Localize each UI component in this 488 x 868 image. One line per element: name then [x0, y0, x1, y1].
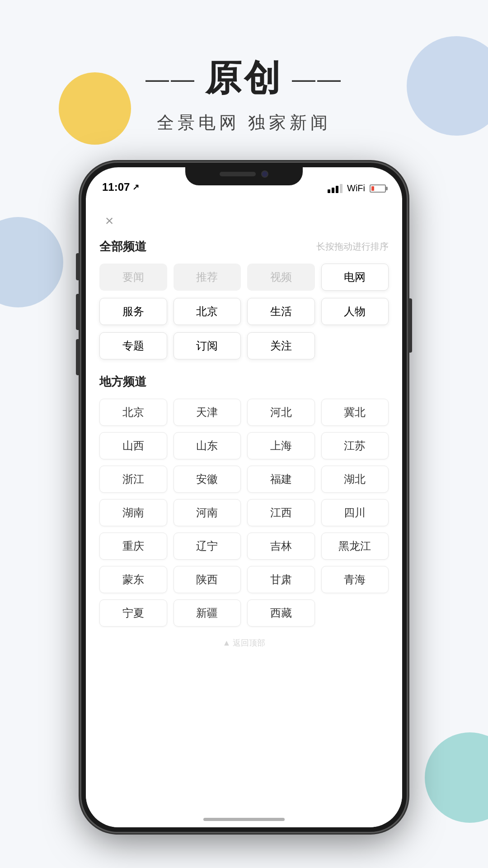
app-content: × 全部频道 长按拖动进行排序 要闻 推荐 视频 — [86, 198, 402, 827]
local-row-1: 北京 天津 河北 冀北 — [86, 399, 402, 426]
channel-beijing[interactable]: 北京 — [174, 298, 241, 325]
signal-bar-2 — [332, 188, 334, 193]
local-gansu[interactable]: 甘肃 — [247, 566, 315, 593]
local-row-7: 宁夏 新疆 西藏 — [86, 599, 402, 627]
channel-video[interactable]: 视频 — [247, 264, 315, 291]
home-indicator — [203, 818, 285, 821]
all-channels-title: 全部频道 — [99, 239, 146, 255]
notch-camera — [261, 170, 268, 178]
signal-bar-3 — [336, 186, 338, 193]
local-qinghai[interactable]: 青海 — [321, 566, 389, 593]
local-hunan[interactable]: 湖南 — [99, 499, 167, 526]
local-hubei[interactable]: 湖北 — [321, 466, 389, 493]
scroll-hint-text: ▲ 返回顶部 — [223, 637, 266, 648]
local-mengdong[interactable]: 蒙东 — [99, 566, 167, 593]
local-shandong[interactable]: 山东 — [174, 432, 241, 459]
local-anhui[interactable]: 安徽 — [174, 466, 241, 493]
header-subtitle: 全景电网 独家新闻 — [0, 111, 488, 134]
local-ningxia[interactable]: 宁夏 — [99, 599, 167, 627]
close-icon: × — [105, 213, 114, 228]
local-xinjiang[interactable]: 新疆 — [174, 599, 241, 627]
channel-tuijian[interactable]: 推荐 — [174, 264, 241, 291]
bg-circle-teal — [425, 732, 488, 823]
signal-bar-1 — [328, 189, 330, 193]
status-icons: WiFi — [328, 183, 386, 193]
phone-button-volume-up — [76, 294, 80, 330]
channel-guanzhu[interactable]: 关注 — [247, 332, 315, 359]
scroll-hint: ▲ 返回顶部 — [86, 633, 402, 653]
channel-shenghuo[interactable]: 生活 — [247, 298, 315, 325]
local-heilongjiang[interactable]: 黑龙江 — [321, 533, 389, 560]
phone-button-volume-down — [76, 339, 80, 375]
local-tianjin[interactable]: 天津 — [174, 399, 241, 426]
header-title: 原创 — [205, 54, 283, 103]
channel-dianwang[interactable]: 电网 — [321, 264, 389, 291]
local-jibei[interactable]: 冀北 — [321, 399, 389, 426]
phone-frame: 11:07 ↗ WiFi — [81, 163, 407, 832]
channel-yaowhen[interactable]: 要闻 — [99, 264, 167, 291]
local-henan[interactable]: 河南 — [174, 499, 241, 526]
local-channels-title: 地方频道 — [99, 375, 146, 388]
local-zhejiang[interactable]: 浙江 — [99, 466, 167, 493]
local-row-4: 湖南 河南 江西 四川 — [86, 499, 402, 526]
signal-bar-4 — [340, 184, 343, 193]
local-sichuan[interactable]: 四川 — [321, 499, 389, 526]
local-channels-header: 地方频道 — [86, 367, 402, 399]
local-shaanxi[interactable]: 陕西 — [174, 566, 241, 593]
local-xizang[interactable]: 西藏 — [247, 599, 315, 627]
battery-icon — [370, 184, 386, 193]
header-section: —— 原创 —— 全景电网 独家新闻 — [0, 54, 488, 134]
header-dash-right: —— — [292, 65, 343, 92]
local-jiangsu[interactable]: 江苏 — [321, 432, 389, 459]
channel-zhuanti[interactable]: 专题 — [99, 332, 167, 359]
status-time: 11:07 ↗ — [102, 181, 139, 193]
close-button[interactable]: × — [99, 211, 119, 231]
phone-container: 11:07 ↗ WiFi — [81, 163, 407, 832]
local-beijing[interactable]: 北京 — [99, 399, 167, 426]
local-row-3: 浙江 安徽 福建 湖北 — [86, 466, 402, 493]
location-icon: ↗ — [132, 182, 139, 192]
local-jilin[interactable]: 吉林 — [247, 533, 315, 560]
battery-fill — [371, 186, 374, 191]
header-title-row: —— 原创 —— — [0, 54, 488, 103]
phone-button-volume-silent — [76, 253, 80, 280]
all-channels-row3: 专题 订阅 关注 — [86, 332, 402, 359]
sort-hint: 长按拖动进行排序 — [316, 241, 389, 253]
local-shanxi[interactable]: 山西 — [99, 432, 167, 459]
wifi-icon: WiFi — [347, 183, 365, 193]
all-channels-row2: 服务 北京 生活 人物 — [86, 298, 402, 325]
time-text: 11:07 — [102, 181, 130, 193]
local-hebei[interactable]: 河北 — [247, 399, 315, 426]
bg-circle-blue-left — [0, 217, 63, 307]
local-row-6: 蒙东 陕西 甘肃 青海 — [86, 566, 402, 593]
local-fujian[interactable]: 福建 — [247, 466, 315, 493]
local-liaoning[interactable]: 辽宁 — [174, 533, 241, 560]
channel-dingyue[interactable]: 订阅 — [174, 332, 241, 359]
signal-bars — [328, 184, 343, 193]
channel-renwu[interactable]: 人物 — [321, 298, 389, 325]
header-dash-left: —— — [145, 65, 196, 92]
all-channels-header: 全部频道 长按拖动进行排序 — [86, 239, 402, 255]
local-jiangxi[interactable]: 江西 — [247, 499, 315, 526]
local-shanghai[interactable]: 上海 — [247, 432, 315, 459]
local-chongqing[interactable]: 重庆 — [99, 533, 167, 560]
phone-screen: 11:07 ↗ WiFi — [86, 167, 402, 827]
phone-notch — [185, 163, 303, 185]
phone-button-power — [408, 298, 412, 353]
local-row-5: 重庆 辽宁 吉林 黑龙江 — [86, 533, 402, 560]
notch-speaker — [220, 172, 256, 176]
all-channels-row1: 要闻 推荐 视频 电网 — [86, 264, 402, 291]
local-row-2: 山西 山东 上海 江苏 — [86, 432, 402, 459]
channel-fuwu[interactable]: 服务 — [99, 298, 167, 325]
